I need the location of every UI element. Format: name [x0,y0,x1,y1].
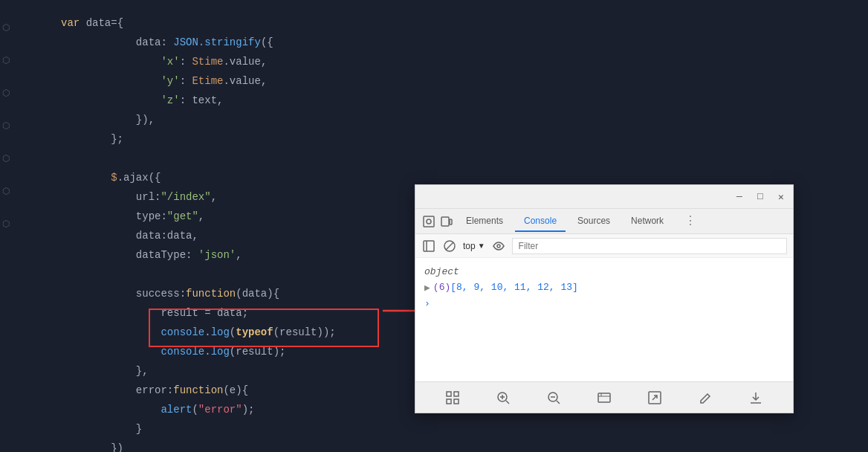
code-line: var data={ [16,13,868,33]
code-line: 'z': text, [16,91,868,110]
svg-point-10 [497,245,500,248]
tab-elements[interactable]: Elements [457,211,512,232]
devtools-toolbar: top ▼ [415,234,793,258]
inspect-icon[interactable] [421,213,436,230]
svg-line-21 [557,401,560,404]
sidebar-icon-5: ⬡ [2,153,13,164]
svg-point-3 [427,219,431,224]
grid-icon[interactable] [442,387,463,408]
code-line: } [16,419,868,439]
code-line: data: JSON.stringify({ [16,33,868,52]
sidebar-toggle-button[interactable] [421,239,436,254]
clear-console-button[interactable] [442,239,457,254]
tab-network[interactable]: Network [622,211,673,232]
svg-rect-11 [447,392,451,396]
svg-line-18 [506,401,509,404]
line-content: $.ajax({ [61,172,868,184]
devtools-tabs: Elements Console Sources Network ⋮ [415,209,793,234]
download-icon[interactable] [745,387,766,408]
svg-rect-14 [454,399,459,404]
visibility-button[interactable] [491,239,506,254]
svg-line-9 [446,242,453,250]
svg-line-26 [652,396,657,400]
dropdown-arrow-icon: ▼ [478,242,485,250]
console-expand-icon[interactable]: ▶ [424,282,430,294]
devtools-footer [415,381,793,413]
sidebar-icon-1: ⬡ [2,22,13,33]
code-line: }), [16,110,868,129]
sidebar-icon-6: ⬡ [2,186,13,196]
zoom-in-icon[interactable] [493,387,514,408]
close-button[interactable]: ✕ [775,191,787,203]
line-content: 'z': text, [61,94,868,106]
sidebar-icon-4: ⬡ [2,120,13,131]
line-content: }; [61,133,868,145]
code-line: 'y': Etime.value, [16,71,868,91]
console-array-values: [8, 9, 10, 11, 12, 13] [450,282,578,293]
tab-sources[interactable]: Sources [569,211,619,232]
line-content: var data={ [61,17,868,29]
svg-rect-5 [450,219,452,225]
code-line: }) [16,439,868,452]
expand-icon[interactable] [644,387,665,408]
line-content [61,152,868,164]
console-caret-icon[interactable]: › [424,298,430,309]
top-dropdown[interactable]: top ▼ [463,241,485,251]
screenshot-icon[interactable] [594,387,615,408]
line-content: 'x': Stime.value, [61,56,868,68]
line-content: }) [61,442,868,452]
console-array-content: (6) [433,282,450,293]
console-line-array[interactable]: ▶ (6) [8, 9, 10, 11, 12, 13] [424,280,784,296]
console-line-caret[interactable]: › [424,296,784,311]
line-content: } [61,423,868,435]
code-line [16,149,868,168]
svg-rect-2 [424,216,434,227]
top-label: top [463,241,476,251]
line-content: data: JSON.stringify({ [61,36,868,48]
tab-console[interactable]: Console [515,211,566,232]
tab-more[interactable]: ⋮ [676,209,705,233]
svg-rect-4 [441,217,449,226]
console-object-text: object [424,266,459,277]
sidebar-icon-3: ⬡ [2,88,13,98]
zoom-out-icon[interactable] [543,387,564,408]
svg-rect-22 [598,393,610,402]
code-line: }; [16,129,868,149]
svg-rect-6 [424,241,434,251]
devtools-titlebar: — □ ✕ [415,185,793,209]
code-line: 'x': Stime.value, [16,52,868,71]
console-line-object: object [424,264,784,280]
svg-rect-13 [447,399,451,404]
line-content: }), [61,114,868,126]
svg-rect-12 [454,392,459,396]
line-content: 'y': Etime.value, [61,75,868,87]
sidebar: ⬡ ⬡ ⬡ ⬡ ⬡ ⬡ ⬡ [0,0,15,452]
devtools-panel: — □ ✕ Elements Console Sources Network ⋮ [415,184,794,413]
console-output: object ▶ (6) [8, 9, 10, 11, 12, 13] › [415,258,793,381]
edit-icon[interactable] [695,387,716,408]
device-icon[interactable] [439,213,454,230]
sidebar-icon-7: ⬡ [2,219,13,229]
maximize-button[interactable]: □ [754,191,766,203]
minimize-button[interactable]: — [733,191,745,203]
console-filter-input[interactable] [512,238,787,254]
sidebar-icon-2: ⬡ [2,55,13,65]
